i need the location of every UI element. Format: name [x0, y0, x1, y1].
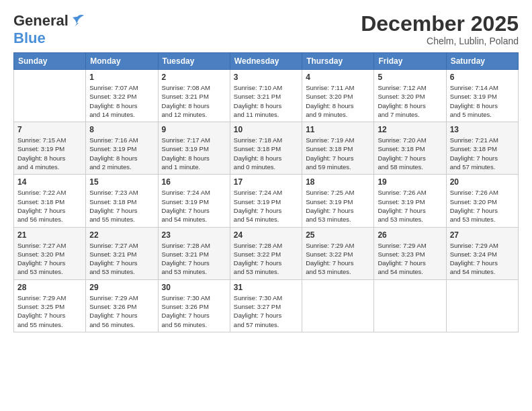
day-number: 31 — [234, 283, 298, 292]
day-number: 6 — [450, 73, 515, 82]
day-number: 28 — [17, 283, 82, 292]
table-row: 20Sunrise: 7:26 AM Sunset: 3:20 PM Dayli… — [446, 175, 518, 227]
day-number: 4 — [306, 73, 370, 82]
day-number: 22 — [89, 230, 154, 240]
day-info: Sunrise: 7:29 AM Sunset: 3:26 PM Dayligh… — [89, 293, 154, 329]
table-row: 28Sunrise: 7:29 AM Sunset: 3:25 PM Dayli… — [14, 279, 86, 332]
calendar-week-row: 21Sunrise: 7:27 AM Sunset: 3:20 PM Dayli… — [14, 227, 519, 279]
day-info: Sunrise: 7:23 AM Sunset: 3:18 PM Dayligh… — [89, 188, 154, 224]
logo-bird-icon — [70, 14, 85, 28]
table-row: 4Sunrise: 7:11 AM Sunset: 3:20 PM Daylig… — [302, 70, 374, 122]
logo-general: General — [13, 12, 69, 30]
calendar-week-row: 1Sunrise: 7:07 AM Sunset: 3:22 PM Daylig… — [14, 70, 519, 122]
table-row: 9Sunrise: 7:17 AM Sunset: 3:19 PM Daylig… — [158, 122, 230, 175]
day-number: 21 — [17, 230, 82, 240]
day-info: Sunrise: 7:26 AM Sunset: 3:19 PM Dayligh… — [378, 188, 442, 224]
table-row: 13Sunrise: 7:21 AM Sunset: 3:18 PM Dayli… — [446, 122, 518, 175]
col-wednesday: Wednesday — [230, 53, 302, 70]
day-info: Sunrise: 7:29 AM Sunset: 3:23 PM Dayligh… — [378, 241, 442, 277]
day-number: 16 — [162, 177, 226, 187]
table-row: 15Sunrise: 7:23 AM Sunset: 3:18 PM Dayli… — [86, 175, 158, 227]
day-number: 29 — [89, 283, 154, 292]
day-info: Sunrise: 7:29 AM Sunset: 3:24 PM Dayligh… — [450, 241, 515, 277]
table-row: 31Sunrise: 7:30 AM Sunset: 3:27 PM Dayli… — [230, 279, 302, 332]
day-info: Sunrise: 7:29 AM Sunset: 3:25 PM Dayligh… — [17, 293, 82, 329]
day-info: Sunrise: 7:20 AM Sunset: 3:18 PM Dayligh… — [378, 136, 442, 171]
day-info: Sunrise: 7:17 AM Sunset: 3:19 PM Dayligh… — [162, 136, 226, 171]
table-row: 30Sunrise: 7:30 AM Sunset: 3:26 PM Dayli… — [158, 279, 230, 332]
day-info: Sunrise: 7:16 AM Sunset: 3:19 PM Dayligh… — [89, 136, 154, 171]
day-info: Sunrise: 7:30 AM Sunset: 3:27 PM Dayligh… — [234, 293, 298, 329]
table-row: 5Sunrise: 7:12 AM Sunset: 3:20 PM Daylig… — [374, 70, 446, 122]
day-info: Sunrise: 7:24 AM Sunset: 3:19 PM Dayligh… — [162, 188, 226, 224]
day-number: 20 — [450, 177, 515, 187]
day-number: 13 — [450, 125, 515, 134]
table-row: 21Sunrise: 7:27 AM Sunset: 3:20 PM Dayli… — [14, 227, 86, 279]
calendar-week-row: 7Sunrise: 7:15 AM Sunset: 3:19 PM Daylig… — [14, 122, 519, 175]
day-info: Sunrise: 7:28 AM Sunset: 3:21 PM Dayligh… — [162, 241, 226, 277]
table-row: 10Sunrise: 7:18 AM Sunset: 3:18 PM Dayli… — [230, 122, 302, 175]
table-row: 23Sunrise: 7:28 AM Sunset: 3:21 PM Dayli… — [158, 227, 230, 279]
table-row — [302, 279, 374, 332]
day-number: 9 — [162, 125, 226, 134]
day-info: Sunrise: 7:21 AM Sunset: 3:18 PM Dayligh… — [450, 136, 515, 171]
table-row: 27Sunrise: 7:29 AM Sunset: 3:24 PM Dayli… — [446, 227, 518, 279]
day-number: 12 — [378, 125, 442, 134]
day-info: Sunrise: 7:29 AM Sunset: 3:22 PM Dayligh… — [306, 241, 370, 277]
calendar-week-row: 14Sunrise: 7:22 AM Sunset: 3:18 PM Dayli… — [14, 175, 519, 227]
day-info: Sunrise: 7:11 AM Sunset: 3:20 PM Dayligh… — [306, 83, 370, 119]
table-row: 12Sunrise: 7:20 AM Sunset: 3:18 PM Dayli… — [374, 122, 446, 175]
table-row: 24Sunrise: 7:28 AM Sunset: 3:22 PM Dayli… — [230, 227, 302, 279]
col-tuesday: Tuesday — [158, 53, 230, 70]
table-row: 18Sunrise: 7:25 AM Sunset: 3:19 PM Dayli… — [302, 175, 374, 227]
day-number: 15 — [89, 177, 154, 187]
day-info: Sunrise: 7:24 AM Sunset: 3:19 PM Dayligh… — [234, 188, 298, 224]
col-monday: Monday — [86, 53, 158, 70]
header: General Blue December 2025 Chelm, Lublin… — [13, 12, 519, 47]
day-number: 2 — [162, 73, 226, 82]
day-number: 7 — [17, 125, 82, 134]
day-info: Sunrise: 7:07 AM Sunset: 3:22 PM Dayligh… — [89, 83, 154, 119]
day-number: 18 — [306, 177, 370, 187]
day-number: 11 — [306, 125, 370, 134]
title-block: December 2025 Chelm, Lublin, Poland — [361, 12, 519, 46]
day-number: 23 — [162, 230, 226, 240]
table-row: 26Sunrise: 7:29 AM Sunset: 3:23 PM Dayli… — [374, 227, 446, 279]
col-saturday: Saturday — [446, 53, 518, 70]
table-row: 3Sunrise: 7:10 AM Sunset: 3:21 PM Daylig… — [230, 70, 302, 122]
table-row: 1Sunrise: 7:07 AM Sunset: 3:22 PM Daylig… — [86, 70, 158, 122]
day-number: 10 — [234, 125, 298, 134]
day-info: Sunrise: 7:27 AM Sunset: 3:20 PM Dayligh… — [17, 241, 82, 277]
day-number: 30 — [162, 283, 226, 292]
day-info: Sunrise: 7:08 AM Sunset: 3:21 PM Dayligh… — [162, 83, 226, 119]
table-row: 7Sunrise: 7:15 AM Sunset: 3:19 PM Daylig… — [14, 122, 86, 175]
table-row: 2Sunrise: 7:08 AM Sunset: 3:21 PM Daylig… — [158, 70, 230, 122]
table-row: 25Sunrise: 7:29 AM Sunset: 3:22 PM Dayli… — [302, 227, 374, 279]
table-row — [14, 70, 86, 122]
day-number: 25 — [306, 230, 370, 240]
day-info: Sunrise: 7:22 AM Sunset: 3:18 PM Dayligh… — [17, 188, 82, 224]
month-title: December 2025 — [361, 12, 519, 36]
day-number: 24 — [234, 230, 298, 240]
table-row: 29Sunrise: 7:29 AM Sunset: 3:26 PM Dayli… — [86, 279, 158, 332]
day-number: 19 — [378, 177, 442, 187]
col-friday: Friday — [374, 53, 446, 70]
table-row: 19Sunrise: 7:26 AM Sunset: 3:19 PM Dayli… — [374, 175, 446, 227]
table-row: 11Sunrise: 7:19 AM Sunset: 3:18 PM Dayli… — [302, 122, 374, 175]
logo-blue: Blue — [13, 30, 46, 47]
day-info: Sunrise: 7:12 AM Sunset: 3:20 PM Dayligh… — [378, 83, 442, 119]
day-number: 5 — [378, 73, 442, 82]
table-row — [446, 279, 518, 332]
day-info: Sunrise: 7:25 AM Sunset: 3:19 PM Dayligh… — [306, 188, 370, 224]
day-info: Sunrise: 7:10 AM Sunset: 3:21 PM Dayligh… — [234, 83, 298, 119]
day-info: Sunrise: 7:26 AM Sunset: 3:20 PM Dayligh… — [450, 188, 515, 224]
table-row: 22Sunrise: 7:27 AM Sunset: 3:21 PM Dayli… — [86, 227, 158, 279]
location: Chelm, Lublin, Poland — [361, 36, 519, 46]
day-info: Sunrise: 7:28 AM Sunset: 3:22 PM Dayligh… — [234, 241, 298, 277]
day-info: Sunrise: 7:30 AM Sunset: 3:26 PM Dayligh… — [162, 293, 226, 329]
day-number: 3 — [234, 73, 298, 82]
day-number: 17 — [234, 177, 298, 187]
calendar-header-row: Sunday Monday Tuesday Wednesday Thursday… — [14, 53, 519, 70]
calendar-week-row: 28Sunrise: 7:29 AM Sunset: 3:25 PM Dayli… — [14, 279, 519, 332]
col-sunday: Sunday — [14, 53, 86, 70]
